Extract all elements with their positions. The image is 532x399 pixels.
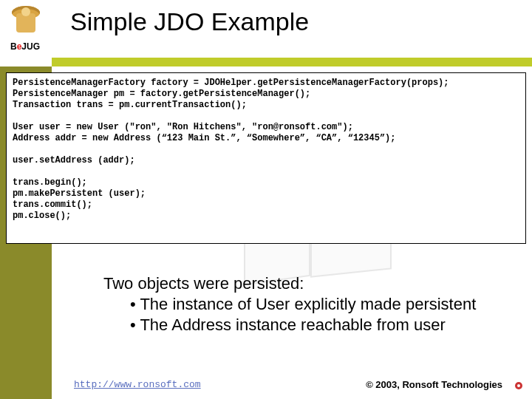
body-text: Two objects were persisted: • The instan…: [103, 273, 517, 335]
footer-copyright: © 2003, Ronsoft Technologies: [366, 379, 502, 390]
code-block: PersistenceManagerFactory factory = JDOH…: [6, 72, 526, 244]
bullet-text: The Address instance reachable from user: [140, 316, 445, 334]
slide-title: Simple JDO Example: [70, 7, 309, 36]
bejug-logo: [4, 3, 47, 62]
bullet-item: • The Address instance reachable from us…: [130, 315, 517, 335]
footer-ornament-icon: [514, 380, 523, 389]
body-bullets: • The instance of User explicitly made p…: [130, 294, 517, 335]
logo-letter-b: B: [10, 41, 17, 52]
body-heading: Two objects were persisted:: [103, 273, 517, 294]
bejug-logo-text: BeJUG: [3, 41, 47, 52]
logo-letters-jug: JUG: [21, 41, 40, 52]
bullet-item: • The instance of User explicitly made p…: [130, 294, 517, 315]
svg-point-1: [517, 384, 520, 387]
top-rail-stripe: [52, 58, 532, 66]
bullet-text: The instance of User explicitly made per…: [140, 295, 476, 313]
slide: BeJUG Simple JDO Example PersistenceMana…: [0, 0, 532, 399]
footer-url-link[interactable]: http://www.ronsoft.com: [74, 379, 201, 390]
